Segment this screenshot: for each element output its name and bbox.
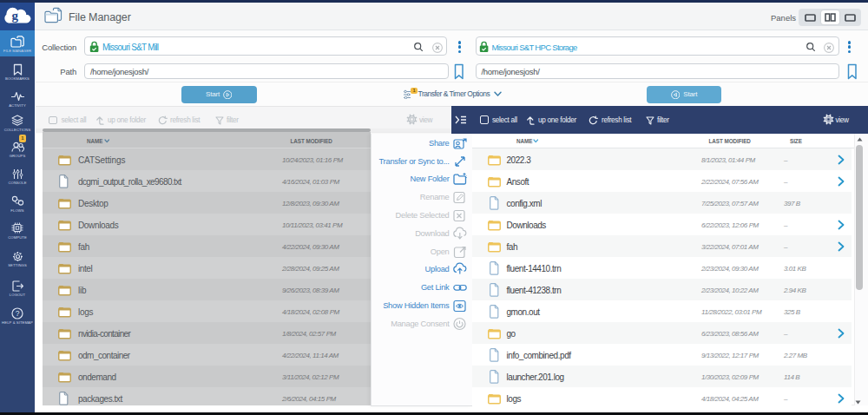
svg-text:g: g xyxy=(11,9,18,23)
svg-text:?: ? xyxy=(16,309,20,318)
